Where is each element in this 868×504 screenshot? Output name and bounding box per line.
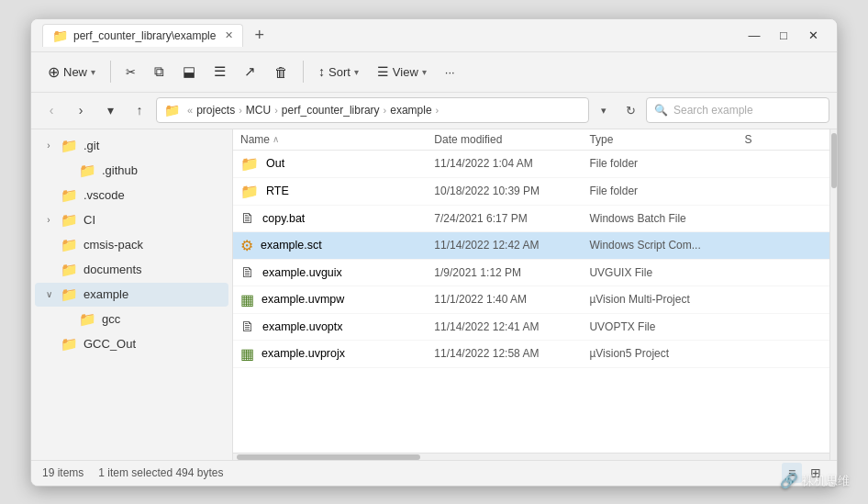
minimize-button[interactable]: — (741, 22, 767, 48)
file-name-label: example.uvmpw (262, 293, 344, 306)
sidebar-item-gcc[interactable]: 📁 gcc (35, 308, 228, 331)
file-row-uvmpw[interactable]: ▦ example.uvmpw 11/1/2022 1:40 AM µVisio… (233, 286, 829, 314)
file-type: UVOPTX File (589, 320, 744, 333)
main-content: › 📁 .git 📁 .github 📁 .vscode › 📁 CI (31, 129, 837, 460)
col-date-header[interactable]: Date modified (434, 133, 589, 146)
folder-icon: 📁 (61, 262, 78, 278)
new-label: New (63, 65, 87, 79)
folder-icon: 📁 (79, 162, 96, 179)
share-icon: ↗ (244, 63, 256, 80)
sidebar-item-example[interactable]: ∨ 📁 example (35, 283, 228, 307)
up-button[interactable]: ▾ (97, 97, 123, 123)
refresh-button[interactable]: ↻ (618, 98, 642, 122)
sidebar-item-label: .vscode (83, 188, 125, 202)
file-row-uvoptx[interactable]: 🗎 example.uvoptx 11/14/2022 12:41 AM UVO… (233, 314, 829, 341)
tab-folder-icon: 📁 (52, 28, 68, 43)
rename-icon: ☰ (214, 63, 226, 80)
copy-icon: ⧉ (154, 63, 164, 80)
file-row-uvprojx[interactable]: ▦ example.uvprojx 11/14/2022 12:58 AM µV… (233, 341, 829, 368)
forward-button[interactable]: › (68, 97, 94, 123)
toolbar-separator-1 (110, 61, 111, 83)
view-label: View (393, 65, 418, 79)
file-icon: 🗎 (240, 319, 255, 335)
delete-icon: 🗑 (274, 64, 288, 80)
folder-icon: 📁 (79, 311, 96, 328)
file-name-label: example.sct (261, 239, 322, 252)
sidebar-item-label: CI (83, 213, 95, 227)
file-name-label: copy.bat (262, 212, 305, 225)
col-name-header[interactable]: Name ∧ (240, 133, 434, 146)
parent-dir-button[interactable]: ↑ (127, 97, 152, 123)
rename-button[interactable]: ☰ (206, 60, 233, 84)
expand-icon: › (42, 215, 55, 225)
window-controls: — □ ✕ (741, 22, 826, 48)
address-dropdown-button[interactable]: ▾ (593, 99, 615, 121)
search-box[interactable]: 🔍 Search example (646, 97, 829, 123)
sidebar-item-git[interactable]: › 📁 .git (35, 134, 228, 158)
col-type-header[interactable]: Type (589, 133, 744, 146)
breadcrumb-folder-icon: 📁 (164, 103, 180, 118)
sort-indicator: ∧ (273, 134, 279, 144)
sidebar-item-label: gcc (102, 312, 120, 326)
sidebar-item-documents[interactable]: 📁 documents (35, 258, 228, 282)
more-label: ··· (445, 65, 455, 79)
new-button[interactable]: ⊕ New ▾ (40, 60, 103, 84)
close-button[interactable]: ✕ (800, 22, 826, 48)
file-date: 11/14/2022 12:42 AM (434, 239, 589, 252)
paste-button[interactable]: ⬓ (175, 60, 203, 84)
file-row-examplesct[interactable]: ⚙ example.sct 11/14/2022 12:42 AM Window… (233, 232, 829, 260)
sidebar-item-label: example (83, 287, 128, 301)
file-list-header: Name ∧ Date modified Type S (233, 129, 829, 151)
file-type: File folder (589, 157, 744, 170)
file-row-copybat[interactable]: 🗎 copy.bat 7/24/2021 6:17 PM Windows Bat… (233, 206, 829, 232)
breadcrumb-item-projects[interactable]: projects (196, 104, 235, 117)
new-tab-button[interactable]: + (249, 24, 270, 47)
copy-button[interactable]: ⧉ (147, 60, 172, 84)
vscroll-thumb[interactable] (831, 133, 837, 188)
file-row-uvguix[interactable]: 🗎 example.uvguix 1/9/2021 1:12 PM UVGUIX… (233, 260, 829, 286)
maximize-button[interactable]: □ (771, 22, 796, 48)
sidebar-item-cmsis[interactable]: 📁 cmsis-pack (35, 233, 228, 257)
sidebar-item-ci[interactable]: › 📁 CI (35, 208, 228, 232)
sidebar-item-vscode[interactable]: 📁 .vscode (35, 184, 228, 207)
back-button[interactable]: ‹ (39, 97, 64, 123)
title-tab[interactable]: 📁 perf_counter_library\example ✕ (42, 24, 243, 47)
folder-icon: 📁 (240, 183, 259, 200)
list-view-button[interactable]: ≡ (782, 463, 802, 483)
sidebar-item-label: documents (83, 263, 142, 276)
breadcrumb[interactable]: 📁 « projects › MCU › perf_counter_librar… (156, 97, 589, 123)
horizontal-scrollbar[interactable] (233, 453, 829, 460)
more-button[interactable]: ··· (438, 62, 462, 83)
sidebar-item-label: .git (83, 139, 99, 152)
file-name-label: example.uvguix (262, 266, 342, 279)
status-bar: 19 items 1 item selected 494 bytes ≡ ⊞ (31, 460, 837, 486)
folder-icon: 📁 (61, 138, 78, 154)
delete-button[interactable]: 🗑 (267, 61, 295, 84)
breadcrumb-item-example[interactable]: example (390, 104, 431, 117)
details-view-button[interactable]: ⊞ (806, 463, 826, 483)
share-button[interactable]: ↗ (237, 60, 263, 84)
col-size-header[interactable]: S (744, 133, 822, 146)
file-type: µVision5 Project (589, 347, 744, 360)
sort-button[interactable]: ↕ Sort ▾ (311, 61, 366, 83)
vertical-scrollbar[interactable] (829, 129, 837, 460)
file-row-rte[interactable]: 📁 RTE 10/18/2022 10:39 PM File folder (233, 178, 829, 206)
sidebar-item-label: GCC_Out (83, 337, 136, 351)
cut-button[interactable]: ✂ (118, 62, 143, 83)
file-date: 1/9/2021 1:12 PM (434, 266, 589, 279)
view-button[interactable]: ☰ View ▾ (370, 61, 434, 83)
file-list: Name ∧ Date modified Type S 📁 Out 11/14/… (233, 129, 829, 453)
hscroll-thumb[interactable] (237, 454, 420, 460)
file-row-out[interactable]: 📁 Out 11/14/2022 1:04 AM File folder (233, 151, 829, 178)
breadcrumb-item-mcu[interactable]: MCU (246, 104, 271, 117)
file-type: µVision Multi-Project (589, 293, 744, 306)
selected-info: 1 item selected 494 bytes (98, 466, 223, 479)
tab-close-button[interactable]: ✕ (225, 29, 233, 41)
breadcrumb-item-library[interactable]: perf_counter_library (282, 104, 380, 117)
folder-icon: 📁 (240, 155, 259, 173)
sidebar-item-gccout[interactable]: 📁 GCC_Out (35, 332, 228, 356)
file-type: UVGUIX File (589, 266, 744, 279)
file-date: 11/14/2022 12:41 AM (434, 320, 589, 333)
new-dropdown-icon: ▾ (91, 67, 95, 77)
sidebar-item-github[interactable]: 📁 .github (35, 159, 228, 183)
